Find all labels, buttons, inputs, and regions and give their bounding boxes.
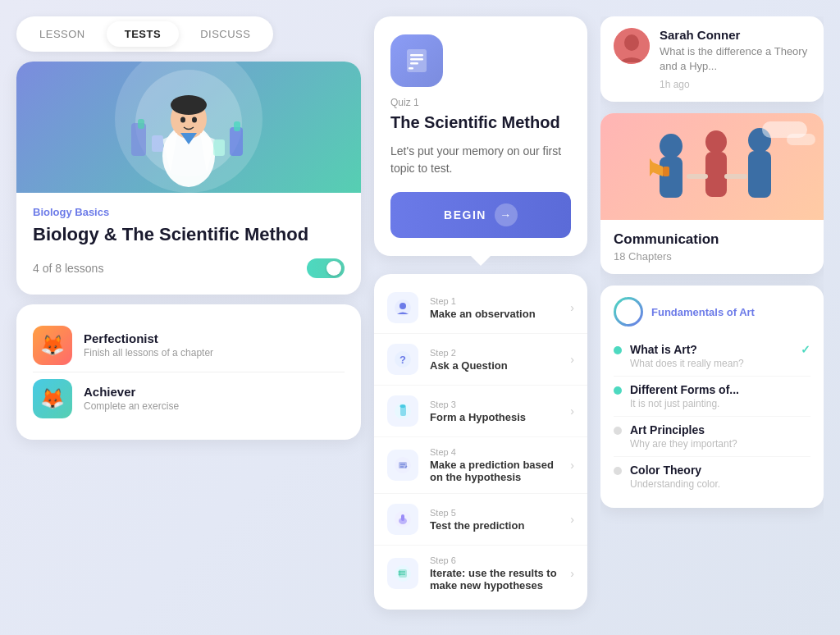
- tab-bar: LESSON TESTS DISCUSS: [16, 16, 273, 52]
- art-dot-3: [614, 427, 622, 435]
- art-checkmark-1: ✓: [801, 343, 810, 356]
- svg-point-39: [399, 573, 401, 576]
- notification-time: 1h ago: [660, 79, 810, 90]
- step-4[interactable]: Step 4 Make a prediction based on the hy…: [374, 437, 587, 494]
- begin-arrow-icon: →: [495, 203, 518, 226]
- art-card: Fundamentals of Art What is Art? What do…: [600, 286, 824, 508]
- left-column: LESSON TESTS DISCUSS: [16, 16, 361, 619]
- tab-discuss[interactable]: DISCUSS: [182, 21, 268, 47]
- course-title: Biology & The Scientific Method: [33, 223, 345, 247]
- quiz-card: Quiz 1 The Scientific Method Let's put y…: [374, 16, 587, 256]
- svg-point-2: [171, 95, 207, 115]
- svg-rect-15: [410, 54, 423, 57]
- quiz-icon-wrap: [390, 34, 443, 87]
- art-dot-1: [614, 346, 622, 354]
- step-5-name: Test the prediction: [430, 519, 559, 532]
- step-1-icon: [387, 292, 418, 323]
- perfectionist-icon: 🦊: [33, 326, 72, 365]
- begin-label: BEGIN: [444, 208, 486, 222]
- svg-marker-46: [650, 158, 653, 176]
- svg-point-47: [705, 130, 727, 153]
- step-1[interactable]: Step 1 Make an observation ›: [374, 282, 587, 334]
- step-3-label: Step 3: [430, 400, 559, 409]
- step-4-chevron-icon: ›: [570, 459, 574, 472]
- badge-perfectionist: 🦊 Perfectionist Finish all lessons of a …: [33, 319, 345, 372]
- art-item-4[interactable]: Color Theory Understanding color.: [614, 457, 810, 496]
- lesson-count: 4 of 8 lessons: [33, 262, 103, 275]
- art-item-3-sub: Why are they important?: [630, 438, 737, 450]
- art-item-2[interactable]: Different Forms of... It is not just pai…: [614, 377, 810, 417]
- course-banner: [16, 62, 361, 193]
- notification-avatar: [614, 28, 650, 64]
- step-5[interactable]: Step 5 Test the prediction ›: [374, 494, 587, 546]
- communication-chapters: 18 Chapters: [614, 250, 810, 263]
- right-column: Sarah Conner What is the difference a Th…: [600, 16, 824, 619]
- tab-tests[interactable]: TESTS: [107, 21, 179, 47]
- step-2-icon: ?: [387, 344, 418, 375]
- svg-point-25: [400, 404, 406, 408]
- svg-text:?: ?: [399, 354, 406, 366]
- communication-title: Communication: [614, 231, 810, 248]
- step-1-chevron-icon: ›: [570, 301, 574, 314]
- art-dot-2: [614, 386, 622, 395]
- badge-achiever: 🦊 Achiever Complete an exercise: [33, 372, 345, 425]
- svg-rect-16: [410, 58, 423, 61]
- communication-banner: [600, 113, 824, 220]
- step-4-label: Step 4: [430, 447, 559, 457]
- art-item-4-sub: Understanding color.: [630, 478, 720, 490]
- steps-card: Step 1 Make an observation › ? Step 2 As…: [374, 274, 587, 610]
- badges-card: 🦊 Perfectionist Finish all lessons of a …: [16, 304, 361, 440]
- step-6-name: Iterate: use the results to make new hyp…: [430, 567, 559, 592]
- svg-rect-12: [152, 135, 163, 152]
- svg-rect-33: [401, 514, 404, 521]
- art-item-2-title: Different Forms of...: [630, 383, 739, 396]
- svg-rect-11: [234, 121, 240, 131]
- svg-point-6: [180, 117, 185, 123]
- quiz-title: The Scientific Method: [390, 112, 571, 133]
- svg-rect-50: [748, 151, 771, 198]
- tab-lesson[interactable]: LESSON: [21, 21, 103, 47]
- step-4-name: Make a prediction based on the hypothesi…: [430, 459, 559, 483]
- svg-rect-48: [705, 152, 727, 197]
- step-3[interactable]: Step 3 Form a Hypothesis ›: [374, 386, 587, 437]
- art-item-1-title: What is Art?: [630, 343, 744, 356]
- communication-card[interactable]: Communication 18 Chapters: [600, 113, 824, 274]
- svg-point-38: [399, 571, 401, 573]
- step-6-chevron-icon: ›: [570, 567, 574, 580]
- art-item-3[interactable]: Art Principles Why are they important?: [614, 417, 810, 457]
- svg-rect-9: [138, 119, 144, 129]
- step-3-chevron-icon: ›: [570, 404, 574, 418]
- notification-text: What is the difference a Theory and a Hy…: [660, 44, 810, 74]
- svg-point-42: [660, 134, 682, 158]
- achiever-desc: Complete an exercise: [84, 400, 179, 412]
- course-category: Biology Basics: [33, 206, 345, 218]
- step-5-chevron-icon: ›: [570, 513, 574, 526]
- svg-point-7: [192, 117, 197, 123]
- art-dot-4: [614, 467, 622, 475]
- art-item-3-title: Art Principles: [630, 423, 737, 436]
- step-2[interactable]: ? Step 2 Ask a Question ›: [374, 334, 587, 386]
- step-6-label: Step 6: [430, 555, 559, 565]
- scientist-illustration: [107, 66, 271, 189]
- progress-toggle[interactable]: [307, 258, 345, 278]
- step-1-name: Make an observation: [430, 308, 559, 320]
- perfectionist-desc: Finish all lessons of a chapter: [84, 347, 213, 359]
- course-meta: 4 of 8 lessons: [33, 258, 345, 278]
- notification-card: Sarah Conner What is the difference a Th…: [600, 16, 824, 102]
- step-5-label: Step 5: [430, 508, 559, 518]
- quiz-icon: [404, 48, 430, 74]
- course-card: Biology Basics Biology & The Scientific …: [16, 62, 361, 295]
- step-5-icon: [387, 504, 418, 535]
- svg-point-20: [399, 303, 406, 309]
- step-3-icon: [387, 395, 418, 427]
- perfectionist-title: Perfectionist: [84, 331, 213, 345]
- step-6[interactable]: Step 6 Iterate: use the results to make …: [374, 546, 587, 601]
- svg-rect-13: [213, 139, 225, 156]
- art-item-1[interactable]: What is Art? What does it really mean? ✓: [614, 336, 810, 377]
- achiever-icon: 🦊: [33, 379, 72, 418]
- step-1-label: Step 1: [430, 296, 559, 306]
- begin-button[interactable]: BEGIN →: [390, 192, 571, 238]
- step-2-chevron-icon: ›: [570, 353, 574, 366]
- svg-rect-43: [660, 157, 682, 198]
- step-3-name: Form a Hypothesis: [430, 411, 559, 423]
